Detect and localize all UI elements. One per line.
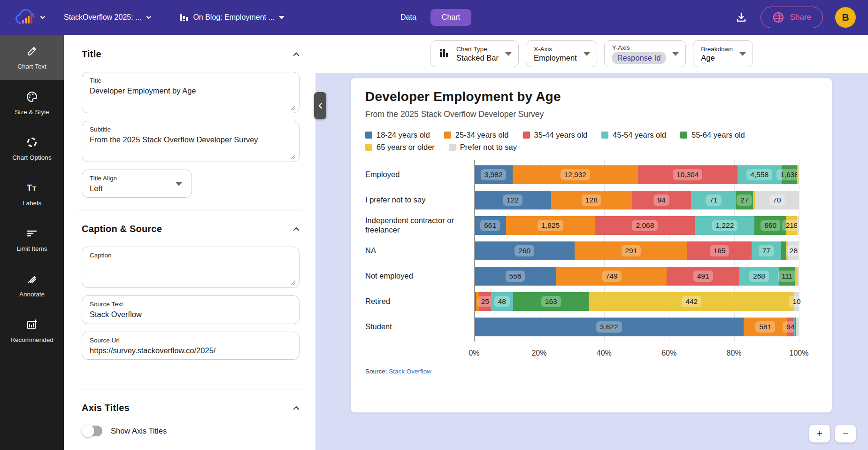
sidebar-item-size-style[interactable]: Size & Style — [0, 80, 64, 126]
caption-input-value — [90, 261, 292, 271]
bar-segment[interactable]: 94 — [632, 191, 691, 209]
avatar[interactable]: B — [835, 7, 856, 28]
segment-value-label: 3,982 — [481, 169, 507, 180]
bar-segment[interactable]: 163 — [513, 292, 589, 311]
bar-segment[interactable]: 218 — [786, 216, 797, 235]
subtitle-input[interactable]: Subtitle From the 2025 Stack Overflow De… — [82, 121, 300, 162]
download-button[interactable] — [734, 10, 748, 24]
bar-segment[interactable]: 71 — [691, 191, 736, 209]
bar-segment[interactable]: 749 — [556, 267, 667, 286]
bar-segment[interactable]: 25 — [479, 292, 491, 311]
resize-handle-icon[interactable] — [291, 105, 296, 110]
zoom-out-button[interactable]: − — [835, 425, 856, 442]
segment-value-label: 749 — [602, 271, 622, 282]
stacked-bar[interactable]: 2602911657728 — [474, 241, 799, 260]
breakdown-control[interactable]: BreakdownAge — [693, 40, 753, 67]
app-logo[interactable] — [14, 5, 46, 30]
stacked-bar[interactable]: 6611,8252,0681,222660218 — [474, 216, 799, 235]
bar-segment[interactable] — [798, 267, 799, 286]
share-button[interactable]: Share — [760, 7, 823, 28]
bar-segment[interactable]: 2,068 — [595, 216, 695, 235]
bar-segment[interactable]: 1,222 — [695, 216, 754, 235]
bar-segment[interactable]: 77 — [752, 241, 782, 260]
legend-label: 45-54 years old — [613, 131, 666, 140]
show-axis-titles-toggle[interactable] — [83, 426, 102, 436]
source-link[interactable]: Stack Overflow — [389, 368, 431, 375]
bar-segment[interactable]: 70 — [755, 191, 799, 209]
stacked-bar[interactable]: 254816344210 — [474, 292, 799, 311]
sidebar-item-labels[interactable]: TTLabels — [0, 171, 64, 217]
segment-value-label: 94 — [653, 194, 669, 206]
tab-data[interactable]: Data — [399, 9, 418, 25]
source-text-value: Stack Overflow — [90, 310, 292, 319]
bar-segment[interactable]: 12,932 — [513, 165, 638, 184]
sidebar-item-chart-text[interactable]: Chart Text — [0, 35, 64, 80]
triangle-down-icon — [672, 52, 679, 56]
bar-segment[interactable]: 268 — [739, 267, 779, 286]
sidebar-item-annotate[interactable]: Annotate — [0, 263, 64, 308]
bar-segment[interactable]: 661 — [474, 216, 506, 235]
stacked-bar[interactable]: 3,62258194 — [474, 318, 799, 336]
bar-segment[interactable]: 48 — [491, 292, 514, 311]
bar-segment[interactable]: 28 — [788, 241, 799, 260]
bar-segment[interactable]: 122 — [474, 191, 551, 209]
y-axis-control[interactable]: Y-AxisResponse Id — [604, 40, 686, 67]
bar-segment[interactable]: 10,304 — [638, 165, 737, 184]
zoom-in-button[interactable]: + — [809, 425, 830, 442]
collapse-panel-handle[interactable] — [314, 92, 326, 119]
bar-segment[interactable]: 581 — [744, 318, 787, 336]
bar-segment[interactable]: 442 — [589, 292, 794, 311]
chart-type-control[interactable]: Chart TypeStacked Bar — [430, 40, 519, 67]
resize-handle-icon[interactable] — [291, 280, 296, 285]
source-text-label: Source Text — [90, 301, 292, 308]
workspace-select[interactable]: StackOverflow 2025: ... — [61, 9, 155, 25]
resize-handle-icon[interactable] — [291, 154, 296, 159]
title-input[interactable]: Title Developer Employment by Age — [82, 72, 300, 113]
bar-segment[interactable]: 556 — [474, 267, 556, 286]
chart-select[interactable]: On Blog: Employment ... — [176, 8, 287, 26]
collapse-section-icon[interactable] — [293, 51, 300, 58]
source-url-input[interactable]: Source Url https://survey.stackoverflow.… — [82, 332, 300, 360]
bar-segment[interactable]: 128 — [551, 191, 632, 209]
bar-segment[interactable] — [799, 165, 799, 184]
x-axis-tick: 20% — [531, 349, 546, 357]
x-axis-control[interactable]: X-AxisEmployment — [526, 40, 597, 67]
collapse-section-icon[interactable] — [293, 226, 300, 233]
sidebar-item-chart-options[interactable]: Chart Options — [0, 126, 64, 171]
source-url-value: https://survey.stackoverflow.co/2025/ — [90, 346, 292, 356]
sidebar-item-recommended[interactable]: Recommended — [0, 308, 64, 354]
legend-label: Prefer not to say — [460, 143, 517, 152]
stacked-bar[interactable]: 3,98212,93210,3044,5581,638 — [474, 165, 799, 184]
tab-chart[interactable]: Chart — [430, 9, 471, 26]
stacked-bar[interactable]: 556749491268111 — [474, 267, 799, 286]
download-icon — [735, 11, 747, 23]
sidebar: Chart TextSize & StyleChart OptionsTTLab… — [0, 35, 64, 450]
bar-segment[interactable]: 10 — [794, 292, 799, 311]
bar-segment[interactable]: 3,982 — [474, 165, 513, 184]
filter-lines-icon — [26, 227, 38, 241]
bar-segment[interactable] — [796, 318, 799, 336]
bar-segment[interactable] — [797, 216, 799, 235]
source-text-input[interactable]: Source Text Stack Overflow — [82, 295, 300, 324]
sidebar-item-limit-items[interactable]: Limit Items — [0, 217, 64, 263]
bar-segment[interactable]: 491 — [667, 267, 739, 286]
bar-segment[interactable]: 165 — [687, 241, 751, 260]
collapse-section-icon[interactable] — [293, 405, 300, 411]
source-url-label: Source Url — [90, 337, 292, 344]
bar-segment[interactable]: 27 — [736, 191, 753, 209]
stacked-bar[interactable]: 12212894712770 — [474, 191, 799, 209]
bar-segment[interactable]: 291 — [575, 241, 687, 260]
sidebar-item-label: Annotate — [19, 291, 45, 298]
bar-segment[interactable]: 3,622 — [474, 318, 744, 336]
segment-value-label: 122 — [503, 194, 522, 206]
bar-segment[interactable]: 1,825 — [506, 216, 595, 235]
caption-input[interactable]: Caption — [82, 247, 300, 288]
bar-segment[interactable]: 111 — [779, 267, 795, 286]
bar-segment[interactable]: 1,638 — [782, 165, 798, 184]
title-align-select[interactable]: Title Align Left — [82, 170, 192, 198]
triangle-down-icon — [279, 16, 284, 19]
bar-segment[interactable]: 4,558 — [737, 165, 782, 184]
bar-segment[interactable]: 260 — [474, 241, 575, 260]
bar-segment[interactable]: 94 — [787, 318, 794, 336]
legend-swatch — [601, 132, 608, 139]
